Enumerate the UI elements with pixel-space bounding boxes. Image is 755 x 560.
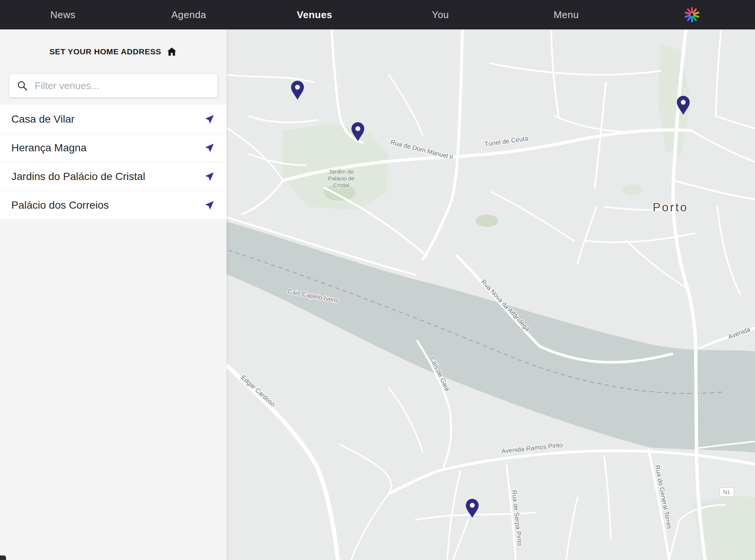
map-canvas[interactable]: Rua de Dom Manuel II Túnel de Ceuta Rua … <box>226 29 755 560</box>
navigate-arrow-icon[interactable] <box>204 142 215 154</box>
venue-row-jardins-palacio-cristal[interactable]: Jardins do Palácio de Cristal <box>0 162 226 191</box>
home-icon <box>166 46 177 57</box>
nav-item-menu[interactable]: Menu <box>503 9 629 21</box>
venue-filter-box <box>9 74 217 97</box>
navigate-arrow-icon[interactable] <box>204 114 215 125</box>
nav-item-news[interactable]: News <box>0 9 126 21</box>
nav-item-agenda[interactable]: Agenda <box>126 9 251 21</box>
app-logo[interactable] <box>629 6 755 23</box>
venue-filter-input[interactable] <box>34 80 210 92</box>
park-label-line3: Cristal <box>333 182 350 188</box>
nav-item-venues[interactable]: Venues <box>252 9 378 21</box>
set-home-address[interactable]: SET YOUR HOME ADDRESS <box>0 46 226 57</box>
venues-sidebar: SET YOUR HOME ADDRESS Casa de Vilar Hera… <box>0 29 226 560</box>
map-container: Rua de Dom Manuel II Túnel de Ceuta Rua … <box>226 29 755 560</box>
nav-item-you[interactable]: You <box>378 9 503 21</box>
route-badge-label: N1 <box>723 489 730 495</box>
scroll-corner <box>0 555 6 560</box>
city-label-porto: Porto <box>653 201 688 214</box>
venue-list: Casa de Vilar Herança Magna Jardins do P… <box>0 105 226 220</box>
venue-name: Casa de Vilar <box>11 113 75 125</box>
venue-row-casa-de-vilar[interactable]: Casa de Vilar <box>0 105 226 134</box>
park-label-line2: Palácio de <box>328 175 354 182</box>
starburst-logo-icon <box>683 6 701 23</box>
set-home-address-label: SET YOUR HOME ADDRESS <box>49 47 161 56</box>
route-badge-n1: N1 <box>720 488 734 497</box>
top-nav: News Agenda Venues You Menu <box>0 0 755 29</box>
venue-name: Jardins do Palácio de Cristal <box>11 171 145 183</box>
venue-row-heranca-magna[interactable]: Herança Magna <box>0 134 226 162</box>
search-icon <box>17 80 28 91</box>
park-label-line1: Jardim do <box>329 168 354 175</box>
navigate-arrow-icon[interactable] <box>204 200 215 211</box>
navigate-arrow-icon[interactable] <box>204 171 215 182</box>
venue-name: Palácio dos Correios <box>11 199 109 211</box>
venue-name: Herança Magna <box>11 142 86 154</box>
venue-row-palacio-dos-correios[interactable]: Palácio dos Correios <box>0 191 226 220</box>
